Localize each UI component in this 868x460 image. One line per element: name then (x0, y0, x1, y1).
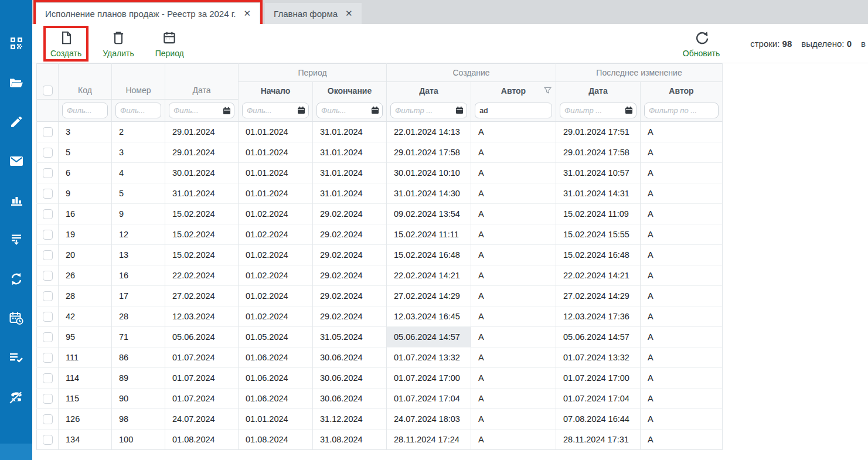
cell-modified-date[interactable]: 27.02.2024 14:29 (556, 286, 641, 306)
cell-modified-author[interactable]: A (641, 306, 723, 327)
cell-modified-author[interactable]: A (641, 245, 723, 265)
cell-modified-author[interactable]: A (641, 430, 723, 450)
calendar-icon[interactable] (223, 107, 231, 117)
column-header-start[interactable]: Начало (239, 82, 313, 100)
row-checkbox[interactable] (43, 394, 53, 404)
cell-date[interactable]: 29.01.2024 (165, 142, 239, 163)
calendar-icon[interactable] (455, 106, 464, 117)
folder-open-icon[interactable] (8, 76, 25, 90)
cell-end[interactable]: 29.02.2024 (313, 245, 387, 265)
cell-modified-author[interactable]: A (641, 122, 723, 142)
row-checkbox[interactable] (43, 209, 53, 219)
row-checkbox[interactable] (43, 353, 53, 363)
cell-start[interactable]: 01.02.2024 (239, 286, 313, 306)
created-author-filter-input[interactable] (475, 103, 552, 118)
cell-number[interactable]: 71 (112, 327, 165, 347)
cell-created-author[interactable]: A (471, 265, 556, 286)
cell-end[interactable]: 30.06.2024 (313, 347, 387, 368)
cell-modified-author[interactable]: A (641, 389, 723, 409)
row-checkbox[interactable] (43, 332, 53, 342)
cell-start[interactable]: 01.02.2024 (239, 224, 313, 245)
cell-code[interactable]: 6 (59, 163, 112, 183)
cell-modified-author[interactable]: A (641, 286, 723, 306)
cell-start[interactable]: 01.08.2024 (239, 430, 313, 450)
tab-sales-plans-register[interactable]: Исполнение планов продаж - Реестр за 202… (36, 3, 260, 24)
cell-code[interactable]: 126 (59, 409, 112, 430)
tab-main-form[interactable]: Главная форма ✕ (265, 3, 362, 24)
cell-modified-author[interactable]: A (641, 409, 723, 430)
cell-start[interactable]: 01.02.2024 (239, 245, 313, 265)
cell-created-date[interactable]: 30.01.2024 10:10 (387, 163, 471, 183)
cell-created-author[interactable]: A (471, 389, 556, 409)
calendar-icon[interactable] (625, 106, 633, 117)
cell-number[interactable]: 9 (112, 204, 165, 224)
cell-start[interactable]: 01.05.2024 (239, 327, 313, 347)
cell-start[interactable]: 01.02.2024 (239, 306, 313, 327)
cell-date[interactable]: 01.07.2024 (165, 347, 239, 368)
cell-modified-date[interactable]: 01.07.2024 17:04 (556, 389, 641, 409)
cell-date[interactable]: 29.01.2024 (165, 122, 239, 142)
cell-number[interactable]: 13 (112, 245, 165, 265)
cell-start[interactable]: 01.01.2024 (239, 183, 313, 204)
cell-modified-date[interactable]: 05.06.2024 14:57 (556, 327, 641, 347)
cell-date[interactable]: 24.07.2024 (165, 409, 239, 430)
cell-created-author[interactable]: A (471, 347, 556, 368)
cell-code[interactable]: 3 (59, 122, 112, 142)
row-checkbox[interactable] (43, 312, 53, 322)
cell-created-date[interactable]: 24.07.2024 18:03 (387, 409, 471, 430)
row-checkbox[interactable] (43, 435, 53, 445)
phone-slash-icon[interactable] (8, 390, 25, 404)
cell-end[interactable]: 29.02.2024 (313, 224, 387, 245)
row-checkbox[interactable] (43, 148, 53, 158)
cell-start[interactable]: 01.06.2024 (239, 347, 313, 368)
cell-number[interactable]: 12 (112, 224, 165, 245)
cell-created-author[interactable]: A (471, 409, 556, 430)
number-filter-input[interactable] (115, 103, 161, 118)
cell-created-author[interactable]: A (471, 286, 556, 306)
cell-created-date[interactable]: 12.03.2024 16:45 (387, 306, 471, 327)
row-checkbox[interactable] (43, 127, 53, 137)
sync-icon[interactable] (8, 272, 25, 286)
cell-modified-date[interactable]: 07.08.2024 16:44 (556, 409, 641, 430)
mail-icon[interactable] (8, 154, 25, 168)
cell-start[interactable]: 01.06.2024 (239, 389, 313, 409)
cell-start[interactable]: 01.02.2024 (239, 204, 313, 224)
cell-end[interactable]: 31.08.2024 (313, 430, 387, 450)
row-checkbox[interactable] (43, 373, 53, 383)
cell-end[interactable]: 29.02.2024 (313, 306, 387, 327)
cell-modified-author[interactable]: A (641, 224, 723, 245)
row-checkbox[interactable] (43, 250, 53, 260)
code-filter-input[interactable] (62, 103, 108, 118)
delete-button[interactable]: Удалить (98, 28, 138, 59)
column-header-end[interactable]: Окончание (313, 82, 387, 100)
cell-end[interactable]: 31.01.2024 (313, 142, 387, 163)
row-checkbox[interactable] (43, 189, 53, 199)
cell-date[interactable]: 01.08.2024 (165, 430, 239, 450)
cell-end[interactable]: 31.01.2024 (313, 163, 387, 183)
cell-date[interactable]: 15.02.2024 (165, 245, 239, 265)
cell-code[interactable]: 9 (59, 183, 112, 204)
column-header-code[interactable]: Код (59, 64, 112, 100)
close-icon[interactable]: ✕ (345, 8, 353, 19)
cell-created-date[interactable]: 01.07.2024 17:00 (387, 368, 471, 389)
cell-code[interactable]: 115 (59, 389, 112, 409)
cell-created-date[interactable]: 09.02.2024 13:54 (387, 204, 471, 224)
cell-created-date[interactable]: 22.01.2024 14:13 (387, 122, 471, 142)
cell-number[interactable]: 100 (112, 430, 165, 450)
modified-author-filter-input[interactable] (644, 103, 719, 118)
cell-date[interactable]: 22.02.2024 (165, 265, 239, 286)
cell-number[interactable]: 4 (112, 163, 165, 183)
cell-end[interactable]: 30.06.2024 (313, 368, 387, 389)
cell-code[interactable]: 5 (59, 142, 112, 163)
cell-created-date[interactable]: 28.11.2024 17:24 (387, 430, 471, 450)
cell-number[interactable]: 16 (112, 265, 165, 286)
checklist-icon[interactable] (8, 350, 25, 364)
select-all-checkbox[interactable] (43, 86, 53, 96)
cell-modified-date[interactable]: 31.01.2024 10:57 (556, 163, 641, 183)
cell-code[interactable]: 26 (59, 265, 112, 286)
row-checkbox[interactable] (43, 271, 53, 281)
calendar-clock-icon[interactable] (8, 311, 25, 325)
cell-code[interactable]: 28 (59, 286, 112, 306)
row-checkbox[interactable] (43, 168, 53, 178)
cell-modified-date[interactable]: 15.02.2024 15:55 (556, 224, 641, 245)
